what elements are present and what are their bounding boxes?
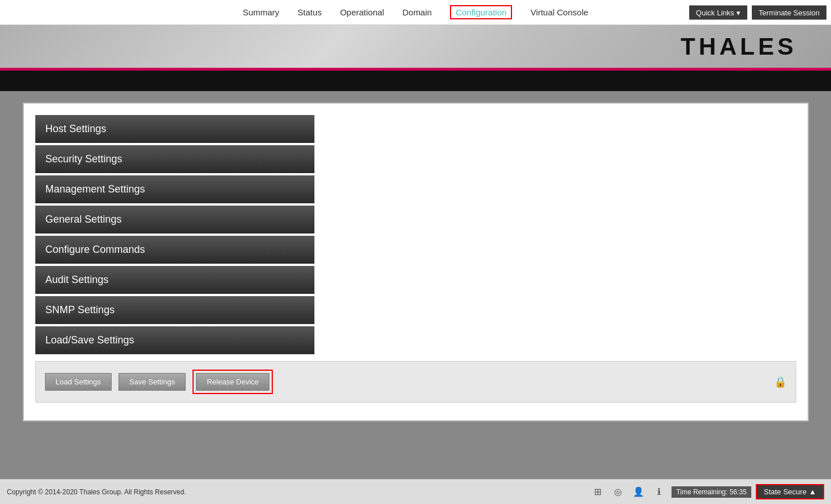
sidebar-item-configure-commands[interactable]: Configure Commands — [35, 236, 314, 264]
quick-links-button[interactable]: Quick Links ▾ — [689, 5, 747, 19]
state-label: State Secure — [764, 487, 807, 496]
nav-configuration[interactable]: Configuration — [450, 5, 512, 19]
main-card: Host Settings Security Settings Manageme… — [23, 103, 809, 421]
load-settings-button[interactable]: Load Settings — [45, 373, 112, 391]
copyright-text: Copyright © 2014-2020 Thales Group. All … — [7, 488, 186, 496]
sidebar-menu: Host Settings Security Settings Manageme… — [35, 115, 314, 354]
action-bar: Load Settings Save Settings Release Devi… — [35, 361, 796, 403]
save-settings-button[interactable]: Save Settings — [118, 373, 186, 391]
release-device-button[interactable]: Release Device — [196, 373, 269, 391]
chevron-up-icon: ▲ — [809, 487, 816, 496]
quick-links-label: Quick Links — [696, 8, 734, 17]
nav-status[interactable]: Status — [297, 7, 322, 17]
footer: Copyright © 2014-2020 Thales Group. All … — [0, 479, 831, 504]
black-bar — [0, 71, 831, 91]
footer-right: ⊞ ◎ 👤 ℹ Time Remaining: 56:35 State Secu… — [590, 484, 824, 500]
sidebar-item-load-save-settings[interactable]: Load/Save Settings — [35, 326, 314, 354]
nav-virtual-console[interactable]: Virtual Console — [530, 7, 588, 17]
circle-icon[interactable]: ◎ — [610, 484, 626, 500]
header-banner: THALES — [0, 25, 831, 71]
sidebar-item-general-settings[interactable]: General Settings — [35, 206, 314, 233]
nav-summary[interactable]: Summary — [243, 7, 279, 17]
state-secure-button[interactable]: State Secure ▲ — [756, 484, 824, 499]
main-content-area: Host Settings Security Settings Manageme… — [0, 91, 831, 504]
grid-icon[interactable]: ⊞ — [590, 484, 605, 500]
info-icon[interactable]: ℹ — [651, 484, 667, 500]
chevron-down-icon: ▾ — [736, 8, 740, 17]
sidebar-item-audit-settings[interactable]: Audit Settings — [35, 266, 314, 294]
nav-domain[interactable]: Domain — [402, 7, 432, 17]
nav-right-actions: Quick Links ▾ Terminate Session — [689, 5, 826, 19]
time-remaining-display: Time Remaining: 56:35 — [672, 486, 751, 498]
person-icon[interactable]: 👤 — [631, 484, 646, 500]
release-device-wrapper: Release Device — [193, 370, 273, 394]
top-nav: Summary Status Operational Domain Config… — [0, 0, 831, 25]
sidebar-item-security-settings[interactable]: Security Settings — [35, 145, 314, 173]
sidebar-item-host-settings[interactable]: Host Settings — [35, 115, 314, 143]
sidebar-item-management-settings[interactable]: Management Settings — [35, 175, 314, 203]
sidebar-item-snmp-settings[interactable]: SNMP Settings — [35, 296, 314, 324]
lock-icon: 🔒 — [774, 376, 787, 388]
nav-operational[interactable]: Operational — [340, 7, 384, 17]
content-area: Host Settings Security Settings Manageme… — [35, 115, 796, 354]
thales-logo: THALES — [681, 33, 797, 60]
terminate-session-button[interactable]: Terminate Session — [752, 5, 826, 19]
